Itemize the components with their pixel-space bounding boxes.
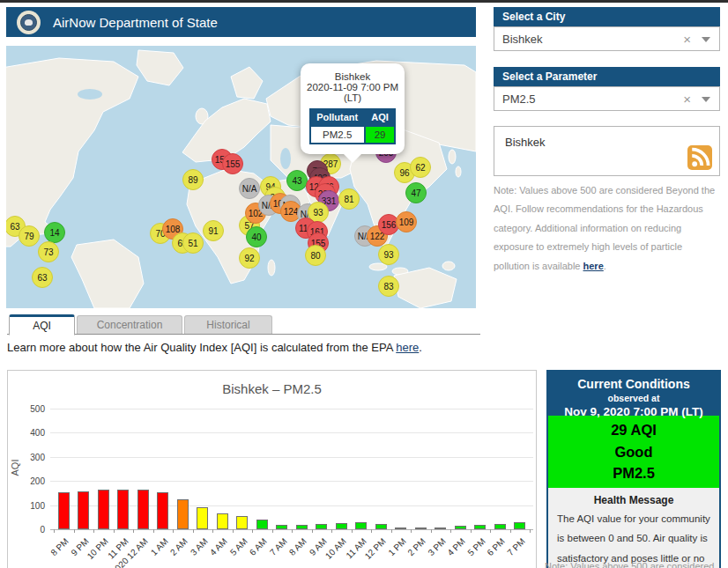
city-feed-box: Bishkek bbox=[494, 126, 720, 176]
chevron-down-icon[interactable] bbox=[702, 37, 710, 47]
bar-1-pm[interactable] bbox=[395, 527, 406, 529]
aqi-category: Good bbox=[614, 441, 652, 463]
bar-2-am[interactable] bbox=[177, 499, 189, 529]
x-tick bbox=[530, 529, 531, 533]
city-select-value: Bishkek bbox=[494, 33, 683, 46]
x-tick bbox=[411, 529, 412, 533]
bar-11-pm[interactable] bbox=[117, 490, 129, 529]
popup-aqi-table: Pollutant AQI PM2.5 29 bbox=[309, 108, 397, 144]
x-tick bbox=[312, 529, 313, 533]
bar-11-am[interactable] bbox=[355, 522, 367, 529]
bar-2020-12-am[interactable] bbox=[137, 490, 149, 529]
sidebar-note-link[interactable]: here bbox=[583, 261, 604, 271]
current-conditions-panel: Current Conditions observed at Nov 9, 20… bbox=[546, 370, 721, 568]
bar-5-am[interactable] bbox=[236, 516, 248, 529]
map-marker-aqi[interactable]: 47 bbox=[405, 182, 427, 203]
bar-7-pm[interactable] bbox=[514, 522, 525, 529]
map-marker-aqi[interactable]: 155 bbox=[222, 153, 243, 174]
bar-3-am[interactable] bbox=[197, 507, 208, 529]
sidebar-note: Note: Values above 500 are considered Be… bbox=[494, 181, 721, 276]
popup-aqi-value: 29 bbox=[365, 126, 396, 144]
sidebar-note-suffix: . bbox=[604, 261, 606, 271]
city-clear-icon[interactable]: × bbox=[683, 33, 691, 46]
popup-pollutant-value: PM2.5 bbox=[310, 126, 365, 144]
tab-aqi[interactable]: AQI bbox=[9, 314, 75, 336]
map-marker-aqi[interactable]: 79 bbox=[19, 225, 40, 247]
app-header: AirNow Department of State bbox=[6, 7, 476, 37]
popup-timezone: (LT) bbox=[304, 92, 401, 103]
bar-7-am[interactable] bbox=[276, 525, 287, 529]
sidebar-note-text: Note: Values above 500 are considered Be… bbox=[494, 185, 715, 271]
map-marker-aqi[interactable]: 109 bbox=[396, 211, 417, 232]
y-tick-label: 100 bbox=[13, 501, 45, 511]
window-top-strip bbox=[0, 0, 728, 3]
map-marker-aqi[interactable]: 91 bbox=[203, 220, 224, 241]
x-tick bbox=[233, 529, 234, 533]
x-tick bbox=[272, 529, 273, 533]
map-marker-aqi[interactable]: 83 bbox=[378, 276, 399, 297]
popup-col-pollutant: Pollutant bbox=[310, 109, 365, 127]
bar-8-pm[interactable] bbox=[58, 492, 70, 529]
bar-4-am[interactable] bbox=[217, 513, 228, 529]
y-tick-label: 500 bbox=[13, 404, 45, 414]
x-tick bbox=[292, 529, 293, 533]
current-conditions-header: Current Conditions observed at Nov 9, 20… bbox=[548, 372, 719, 416]
map-marker-aqi[interactable]: 62 bbox=[410, 157, 431, 178]
bar-4-pm[interactable] bbox=[455, 526, 466, 529]
rss-feed-icon[interactable] bbox=[687, 145, 712, 170]
x-tick bbox=[510, 529, 511, 533]
map-marker-aqi[interactable]: N/A bbox=[239, 178, 260, 199]
x-tick bbox=[74, 529, 75, 533]
bar-10-am[interactable] bbox=[336, 523, 347, 529]
current-conditions-title: Current Conditions bbox=[548, 377, 719, 391]
map-marker-aqi[interactable]: 14 bbox=[44, 222, 65, 243]
map-marker-aqi[interactable]: 63 bbox=[32, 267, 53, 288]
aqi-status-badge: 29 AQI Good PM2.5 bbox=[548, 416, 719, 488]
chart-gridline bbox=[50, 409, 533, 409]
x-tick bbox=[431, 529, 432, 533]
bar-10-pm[interactable] bbox=[98, 490, 109, 529]
bar-5-pm[interactable] bbox=[474, 525, 486, 529]
learn-more-link[interactable]: here bbox=[396, 341, 419, 354]
map-marker-aqi[interactable]: 89 bbox=[182, 169, 204, 190]
parameter-clear-icon[interactable]: × bbox=[683, 92, 691, 106]
bar-6-pm[interactable] bbox=[494, 524, 506, 529]
city-select[interactable]: Bishkek × bbox=[494, 26, 720, 51]
tab-concentration[interactable]: Concentration bbox=[77, 315, 182, 334]
bar-12-pm[interactable] bbox=[375, 524, 387, 529]
bar-9-pm[interactable] bbox=[78, 491, 89, 529]
health-message-title: Health Message bbox=[557, 494, 710, 506]
map-marker-aqi[interactable]: 92 bbox=[239, 247, 260, 269]
map-marker-aqi[interactable]: 80 bbox=[305, 245, 326, 266]
bottom-note-clipped: Note: Values above 500 are considered Be… bbox=[545, 561, 723, 568]
bar-3-pm[interactable] bbox=[435, 527, 446, 529]
health-message-section: Health Message The AQI value for your co… bbox=[548, 488, 719, 568]
learn-more-prefix: Learn more about how the Air Quality Ind… bbox=[7, 341, 396, 354]
map-marker-aqi[interactable]: 93 bbox=[378, 244, 399, 265]
aqi-value: 29 AQI bbox=[611, 419, 657, 441]
x-tick bbox=[212, 529, 213, 533]
chevron-down-icon[interactable] bbox=[702, 97, 710, 107]
tab-historical[interactable]: Historical bbox=[184, 315, 272, 334]
bar-1-am[interactable] bbox=[157, 492, 168, 529]
aqi-parameter: PM2.5 bbox=[613, 462, 655, 484]
bar-8-am[interactable] bbox=[296, 525, 308, 529]
y-tick-label: 300 bbox=[13, 453, 45, 462]
map-marker-aqi[interactable]: 73 bbox=[38, 241, 59, 262]
map-marker-aqi[interactable]: 40 bbox=[246, 226, 267, 247]
bar-6-am[interactable] bbox=[256, 520, 268, 529]
x-tick bbox=[93, 529, 94, 533]
map-marker-aqi[interactable]: 43 bbox=[286, 170, 308, 191]
x-tick bbox=[490, 529, 491, 533]
map-marker-aqi[interactable]: 81 bbox=[338, 188, 360, 210]
bar-2-pm[interactable] bbox=[415, 527, 427, 529]
x-tick bbox=[450, 529, 451, 533]
tabs-underline bbox=[7, 334, 480, 335]
parameter-select[interactable]: PM2.5 × bbox=[494, 86, 720, 111]
y-tick-label: 200 bbox=[13, 476, 45, 486]
bar-9-am[interactable] bbox=[316, 524, 327, 529]
x-tick bbox=[193, 529, 194, 533]
map-marker-aqi[interactable]: 51 bbox=[182, 232, 204, 254]
world-aqi-map[interactable]: 6379147363891561557010869519157102N/A948… bbox=[6, 46, 476, 308]
parameter-select-value: PM2.5 bbox=[494, 92, 683, 106]
